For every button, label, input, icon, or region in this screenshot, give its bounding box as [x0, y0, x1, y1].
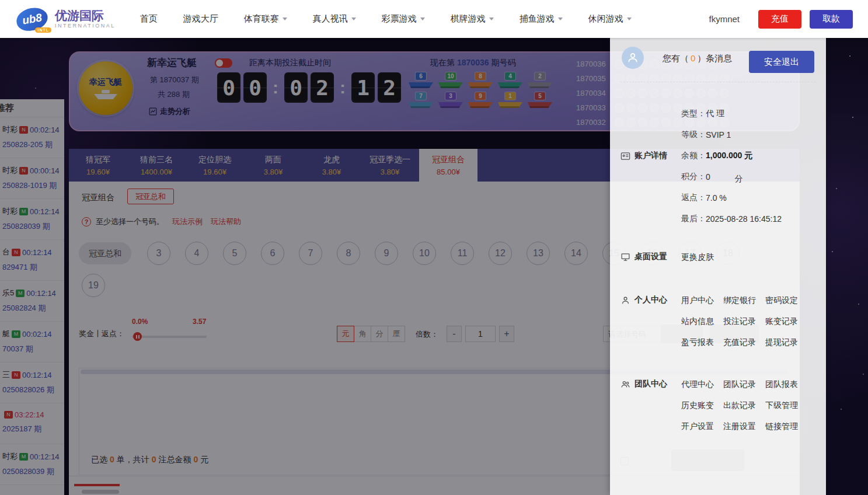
- menu-link[interactable]: 链接管理: [765, 416, 807, 437]
- account-detail-row: 返点： 7.0 %: [681, 187, 821, 208]
- app: ub8 INTL 优游国际 INTERNATIONAL 首页 游戏大厅: [0, 0, 868, 495]
- account-detail-row: 积分： 0 分: [681, 166, 821, 187]
- nav-item[interactable]: 彩票游戏: [382, 13, 425, 25]
- personal-section-label: 个人中心: [621, 290, 667, 311]
- person-icon: [621, 295, 630, 305]
- nav-item[interactable]: 捕鱼游戏: [520, 13, 563, 25]
- menu-link[interactable]: 出款记录: [723, 395, 765, 416]
- people-icon: [621, 379, 630, 389]
- menu-link[interactable]: 站内信息: [681, 311, 723, 332]
- menu-link[interactable]: 投注记录: [723, 311, 765, 332]
- menu-link[interactable]: 账变记录: [765, 311, 807, 332]
- chevron-down-icon: [351, 18, 356, 20]
- menu-link[interactable]: 盈亏报表: [681, 332, 723, 353]
- account-details: 类型： 代 理 等级： SVIP 1 余额： 1,000.000 元: [681, 103, 821, 229]
- messages-label[interactable]: 您有（0）条消息: [663, 53, 732, 64]
- chevron-down-icon: [489, 18, 494, 20]
- account-detail-row: 余额： 1,000.000 元: [681, 145, 821, 166]
- avatar[interactable]: [622, 47, 644, 69]
- username[interactable]: fkymnet: [709, 14, 740, 24]
- logo-cn-text: 优游国际: [55, 9, 116, 22]
- logo-sub-text: INTERNATIONAL: [55, 23, 116, 29]
- withdraw-button[interactable]: 取款: [810, 10, 853, 29]
- nav-item[interactable]: 真人视讯: [313, 13, 356, 25]
- menu-link[interactable]: 代理中心: [681, 374, 723, 395]
- nav-item[interactable]: 首页: [140, 13, 158, 25]
- account-detail-row: 等级： SVIP 1: [681, 124, 821, 145]
- personal-links: 用户中心绑定银行密码设定站内信息投注记录账变记录盈亏报表充值记录提现记录: [681, 290, 817, 353]
- account-section-label: 账户详情: [621, 145, 667, 166]
- chevron-down-icon: [420, 18, 425, 20]
- main-nav: 首页 游戏大厅 体育联赛 真人视讯: [140, 13, 705, 25]
- menu-link[interactable]: 开户设置: [681, 416, 723, 437]
- chevron-down-icon: [558, 18, 563, 20]
- account-detail-row: 最后： 2025-08-28 16:45:12: [681, 208, 821, 229]
- id-card-icon: [621, 151, 630, 161]
- message-count: 0: [691, 53, 695, 63]
- monitor-icon: [621, 252, 630, 262]
- chevron-down-icon: [283, 18, 287, 20]
- nav-item[interactable]: 体育联赛: [244, 13, 287, 25]
- top-navbar: ub8 INTL 优游国际 INTERNATIONAL 首页 游戏大厅: [0, 0, 868, 38]
- divider: [621, 82, 815, 82]
- nav-item[interactable]: 游戏大厅: [183, 13, 218, 25]
- menu-link[interactable]: 密码设定: [765, 290, 807, 311]
- user-dropdown-panel: 您有（0）条消息 安全退出 类型： 代 理 等级： SVIP 1 余额：: [610, 38, 826, 495]
- site-logo[interactable]: ub8 INTL 优游国际 INTERNATIONAL: [15, 6, 116, 32]
- person-icon: [626, 51, 639, 64]
- nav-item[interactable]: 棋牌游戏: [451, 13, 494, 25]
- logo-icon: ub8 INTL: [15, 6, 49, 32]
- menu-link[interactable]: 历史账变: [681, 395, 723, 416]
- menu-link[interactable]: 充值记录: [723, 332, 765, 353]
- logout-button[interactable]: 安全退出: [749, 51, 814, 73]
- menu-link[interactable]: 团队报表: [765, 374, 807, 395]
- menu-link[interactable]: 用户中心: [681, 290, 723, 311]
- change-skin-link[interactable]: 更换皮肤: [681, 246, 714, 267]
- account-detail-row: 类型： 代 理: [681, 103, 821, 124]
- team-links: 代理中心团队记录团队报表历史账变出款记录下级管理开户设置注册设置链接管理: [681, 374, 817, 437]
- deposit-button[interactable]: 充值: [758, 10, 801, 29]
- menu-link[interactable]: 绑定银行: [723, 290, 765, 311]
- menu-link[interactable]: 注册设置: [723, 416, 765, 437]
- team-section-label: 团队中心: [621, 374, 667, 395]
- chevron-down-icon: [627, 18, 632, 20]
- desktop-section-label: 桌面设置: [621, 246, 667, 267]
- nav-item[interactable]: 休闲游戏: [588, 13, 632, 25]
- menu-link[interactable]: 下级管理: [765, 395, 807, 416]
- menu-link[interactable]: 团队记录: [723, 374, 765, 395]
- menu-link[interactable]: 提现记录: [765, 332, 807, 353]
